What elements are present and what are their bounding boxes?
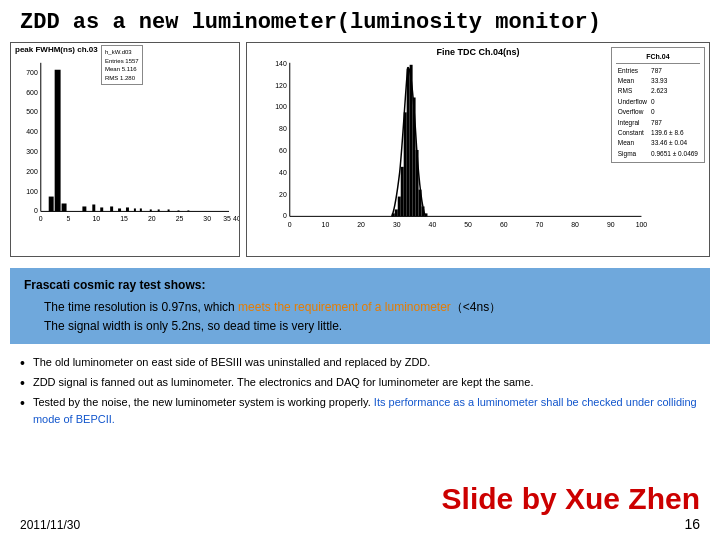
svg-rect-21	[62, 204, 67, 212]
charts-area: peak FWHM(ns) ch.03 h_kW.d03 Entries 155…	[0, 42, 720, 262]
svg-rect-28	[134, 209, 136, 212]
svg-text:5: 5	[67, 216, 71, 223]
svg-text:60: 60	[500, 222, 508, 229]
bullet-text-1: The old luminometer on east side of BESI…	[33, 354, 700, 371]
svg-rect-57	[395, 210, 398, 217]
svg-text:100: 100	[636, 222, 648, 229]
svg-text:60: 60	[279, 147, 287, 154]
svg-rect-61	[407, 69, 410, 217]
bullet-text-3-prefix: Tested by the noise, the new luminometer…	[33, 396, 374, 408]
bullet-item-2: • ZDD signal is fanned out as luminomete…	[20, 374, 700, 392]
svg-text:20: 20	[148, 216, 156, 223]
svg-rect-60	[404, 113, 407, 217]
svg-rect-25	[110, 207, 113, 212]
svg-rect-20	[49, 197, 54, 212]
svg-text:35: 35	[223, 216, 231, 223]
page-title: ZDD as a new luminometer(luminosity moni…	[0, 0, 720, 42]
svg-text:40: 40	[233, 216, 239, 223]
svg-text:30: 30	[203, 216, 211, 223]
footer-date: 2011/11/30	[20, 518, 80, 532]
svg-text:140: 140	[275, 60, 287, 67]
svg-text:10: 10	[322, 222, 330, 229]
svg-text:15: 15	[120, 216, 128, 223]
svg-text:10: 10	[92, 216, 100, 223]
bullet-dot-3: •	[20, 394, 25, 412]
svg-text:80: 80	[571, 222, 579, 229]
svg-rect-31	[158, 210, 160, 212]
highlight-title: Frascati cosmic ray test shows:	[24, 276, 696, 295]
svg-text:40: 40	[429, 222, 437, 229]
svg-rect-29	[140, 209, 142, 212]
svg-rect-23	[92, 205, 95, 212]
svg-rect-32	[168, 210, 170, 212]
svg-text:300: 300	[26, 148, 38, 155]
svg-text:120: 120	[275, 82, 287, 89]
svg-text:0: 0	[39, 216, 43, 223]
svg-rect-33	[178, 211, 180, 212]
hl-line1-prefix: The time resolution is 0.97ns, which	[44, 300, 238, 314]
svg-rect-30	[150, 210, 152, 212]
svg-rect-19	[55, 70, 61, 212]
svg-text:90: 90	[607, 222, 615, 229]
svg-text:0: 0	[283, 213, 287, 220]
chart-right: Fine TDC Ch.04(ns) FCh.04 Entries787 Mea…	[246, 42, 710, 257]
bullet-item-1: • The old luminometer on east side of BE…	[20, 354, 700, 372]
svg-text:30: 30	[393, 222, 401, 229]
svg-rect-27	[126, 208, 129, 212]
bullet-dot-2: •	[20, 374, 25, 392]
svg-text:0: 0	[34, 208, 38, 215]
bullet-text-2: ZDD signal is fanned out as luminometer.…	[33, 374, 700, 391]
svg-text:20: 20	[357, 222, 365, 229]
svg-text:40: 40	[279, 169, 287, 176]
bullets-section: • The old luminometer on east side of BE…	[0, 348, 720, 433]
svg-text:600: 600	[26, 89, 38, 96]
svg-rect-26	[118, 209, 121, 212]
svg-text:20: 20	[279, 191, 287, 198]
highlight-line1: The time resolution is 0.97ns, which mee…	[24, 298, 696, 317]
svg-text:700: 700	[26, 69, 38, 76]
svg-rect-34	[187, 211, 189, 212]
svg-text:500: 500	[26, 109, 38, 116]
svg-rect-58	[398, 197, 401, 217]
svg-text:70: 70	[536, 222, 544, 229]
bullet-text-3: Tested by the noise, the new luminometer…	[33, 394, 700, 427]
svg-text:100: 100	[275, 104, 287, 111]
chart-left-svg: 0 100 200 300 400 500 600 700 0 5 10 15 …	[11, 43, 239, 256]
svg-text:200: 200	[26, 168, 38, 175]
footer-slide-label: Slide by Xue Zhen	[442, 482, 700, 516]
highlight-box: Frascati cosmic ray test shows: The time…	[10, 268, 710, 344]
chart-left: peak FWHM(ns) ch.03 h_kW.d03 Entries 155…	[10, 42, 240, 257]
svg-rect-24	[100, 208, 103, 212]
bullet-item-3: • Tested by the noise, the new luminomet…	[20, 394, 700, 427]
svg-text:0: 0	[288, 222, 292, 229]
footer: 2011/11/30 Slide by Xue Zhen 16	[0, 482, 720, 532]
svg-text:80: 80	[279, 126, 287, 133]
chart-right-svg: 0 20 40 60 80 100 120 140 0 10 20 30 40 …	[247, 43, 709, 256]
hl-line1-orange: meets the requirement of a luminometer	[238, 300, 451, 314]
svg-rect-22	[82, 207, 86, 212]
svg-text:100: 100	[26, 188, 38, 195]
highlight-line2: The signal width is only 5.2ns, so dead …	[24, 317, 696, 336]
svg-text:50: 50	[464, 222, 472, 229]
svg-rect-59	[401, 167, 404, 217]
hl-line1-suffix: （<4ns）	[451, 300, 501, 314]
svg-text:25: 25	[176, 216, 184, 223]
bullet-dot-1: •	[20, 354, 25, 372]
svg-text:400: 400	[26, 129, 38, 136]
footer-page: 16	[442, 516, 700, 532]
